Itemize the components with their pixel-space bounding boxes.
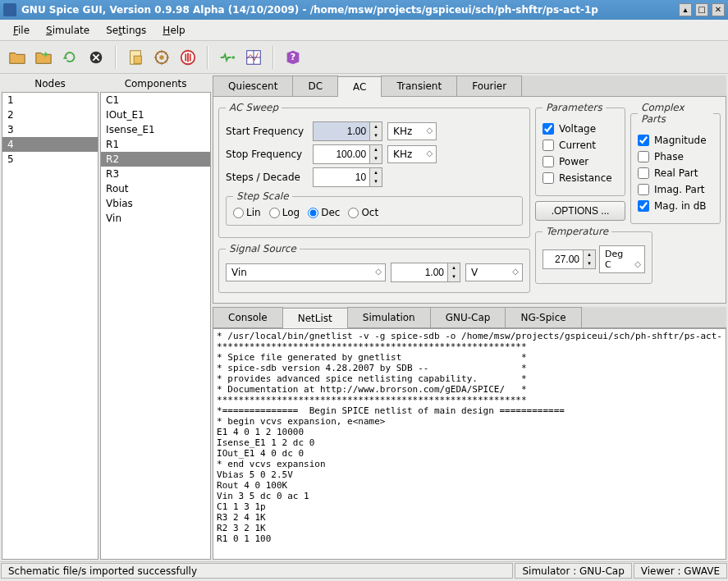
status-viewer: Viewer : GWAVE bbox=[634, 563, 727, 579]
viewer-icon[interactable] bbox=[241, 45, 266, 70]
list-item[interactable]: 4 bbox=[2, 137, 98, 152]
list-item[interactable]: Rout bbox=[101, 181, 210, 196]
tab-netlist[interactable]: NetList bbox=[282, 308, 348, 328]
param-resistance[interactable]: Resistance bbox=[543, 172, 618, 184]
complex-parts-group: Complex Parts Magnitude Phase Real Part … bbox=[630, 102, 721, 224]
complex-phase[interactable]: Phase bbox=[638, 151, 713, 162]
list-item[interactable]: Vin bbox=[101, 211, 210, 226]
window-title: GNU Spice GUI, Version 0.9.98 Alpha (14/… bbox=[21, 4, 675, 16]
schematic-icon[interactable] bbox=[215, 45, 240, 70]
output-tabs: ConsoleNetListSimulationGNU-CapNG-Spice bbox=[213, 307, 726, 328]
param-power[interactable]: Power bbox=[543, 156, 618, 167]
temp-input[interactable] bbox=[543, 249, 584, 269]
menu-settings[interactable]: Settings bbox=[98, 22, 154, 39]
tab-simulation[interactable]: Simulation bbox=[347, 307, 431, 327]
menu-simulate[interactable]: Simulate bbox=[38, 22, 98, 39]
steps-label: Steps / Decade bbox=[226, 172, 308, 183]
statusbar: Schematic file/s imported successfully S… bbox=[0, 561, 728, 579]
list-item[interactable]: IOut_E1 bbox=[101, 108, 210, 122]
param-current[interactable]: Current bbox=[543, 140, 618, 151]
svg-text:?: ? bbox=[291, 51, 295, 62]
components-label: Components bbox=[100, 75, 211, 92]
complex-imag--part[interactable]: Imag. Part bbox=[638, 184, 713, 195]
stop-freq-label: Stop Frequency bbox=[226, 149, 308, 160]
tab-dc[interactable]: DC bbox=[292, 75, 338, 96]
status-simulator: Simulator : GNU-Cap bbox=[515, 563, 631, 579]
titlebar: GNU Spice GUI, Version 0.9.98 Alpha (14/… bbox=[0, 0, 728, 20]
scale-log[interactable]: Log bbox=[269, 207, 300, 218]
import-icon[interactable] bbox=[31, 45, 56, 70]
complex-mag--in-db[interactable]: Mag. in dB bbox=[638, 200, 713, 212]
temp-unit-combo[interactable]: Deg C bbox=[599, 245, 645, 273]
start-freq-unit[interactable]: KHz bbox=[387, 122, 437, 140]
scale-oct[interactable]: Oct bbox=[348, 207, 378, 218]
toolbar: ? bbox=[0, 41, 728, 74]
start-freq-input[interactable] bbox=[313, 121, 370, 141]
scale-dec[interactable]: Dec bbox=[308, 207, 340, 218]
menubar: File Simulate Settings Help bbox=[0, 20, 728, 41]
signal-source-group: Signal Source Vin ▴▾ V bbox=[218, 243, 530, 293]
step-scale-group: Step Scale Lin Log Dec Oct bbox=[226, 190, 523, 226]
tab-gnu-cap[interactable]: GNU-Cap bbox=[430, 307, 506, 327]
close-button[interactable]: ✕ bbox=[712, 3, 725, 16]
ac-sweep-group: AC Sweep Start Frequency ▴▾ KHz Stop Fre… bbox=[218, 102, 530, 238]
menu-file[interactable]: File bbox=[5, 22, 38, 39]
list-item[interactable]: Vbias bbox=[101, 196, 210, 211]
stop-freq-unit[interactable]: KHz bbox=[387, 145, 437, 163]
complex-magnitude[interactable]: Magnitude bbox=[638, 135, 713, 146]
signal-source-combo[interactable]: Vin bbox=[226, 263, 386, 281]
list-item[interactable]: 1 bbox=[2, 93, 98, 108]
tab-ac[interactable]: AC bbox=[337, 76, 382, 97]
scale-lin[interactable]: Lin bbox=[233, 207, 261, 218]
close-file-icon[interactable] bbox=[84, 45, 108, 70]
steps-input[interactable] bbox=[313, 167, 370, 187]
list-item[interactable]: R3 bbox=[101, 167, 210, 181]
list-item[interactable]: 5 bbox=[2, 152, 98, 167]
help-icon[interactable]: ? bbox=[281, 45, 305, 70]
maximize-button[interactable]: □ bbox=[695, 3, 708, 16]
nodes-label: Nodes bbox=[2, 75, 98, 92]
signal-unit-combo[interactable]: V bbox=[465, 263, 523, 281]
signal-value-input[interactable] bbox=[391, 263, 448, 282]
tab-fourier[interactable]: Fourier bbox=[456, 75, 522, 96]
tab-ng-spice[interactable]: NG-Spice bbox=[505, 307, 581, 327]
list-item[interactable]: 3 bbox=[2, 122, 98, 137]
parameters-group: Parameters Voltage Current Power Resista… bbox=[535, 102, 625, 196]
stop-freq-input[interactable] bbox=[313, 144, 370, 164]
tab-transient[interactable]: Transient bbox=[381, 75, 457, 96]
list-item[interactable]: 2 bbox=[2, 108, 98, 122]
netlist-icon[interactable] bbox=[123, 45, 148, 70]
ac-panel: AC Sweep Start Frequency ▴▾ KHz Stop Fre… bbox=[213, 97, 726, 304]
options-button[interactable]: .OPTIONS ... bbox=[535, 201, 625, 221]
svg-point-6 bbox=[232, 56, 236, 59]
complex-real-part[interactable]: Real Part bbox=[638, 167, 713, 179]
minimize-button[interactable]: ▴ bbox=[679, 3, 692, 16]
list-item[interactable]: R2 bbox=[101, 152, 210, 167]
menu-help[interactable]: Help bbox=[154, 22, 193, 39]
list-item[interactable]: C1 bbox=[101, 93, 210, 108]
list-item[interactable]: R1 bbox=[101, 137, 210, 152]
list-item[interactable]: Isense_E1 bbox=[101, 122, 210, 137]
param-voltage[interactable]: Voltage bbox=[543, 123, 618, 135]
status-message: Schematic file/s imported successfully bbox=[1, 563, 513, 579]
reload-icon[interactable] bbox=[57, 45, 82, 70]
netlist-output[interactable]: * /usr/local/bin/gnetlist -v -g spice-sd… bbox=[213, 328, 726, 560]
start-freq-label: Start Frequency bbox=[226, 126, 308, 137]
components-list[interactable]: C1IOut_E1Isense_E1R1R2R3RoutVbiasVin bbox=[100, 92, 211, 560]
svg-point-4 bbox=[159, 55, 164, 60]
run-icon[interactable] bbox=[149, 45, 174, 70]
nodes-list[interactable]: 12345 bbox=[2, 92, 98, 560]
tab-quiescent[interactable]: Quiescent bbox=[213, 75, 293, 96]
tab-console[interactable]: Console bbox=[213, 307, 283, 327]
svg-rect-2 bbox=[134, 56, 141, 63]
open-icon[interactable] bbox=[5, 45, 30, 70]
stop-icon[interactable] bbox=[176, 45, 200, 70]
app-icon bbox=[3, 3, 16, 16]
simulation-tabs: QuiescentDCACTransientFourier bbox=[213, 75, 726, 97]
